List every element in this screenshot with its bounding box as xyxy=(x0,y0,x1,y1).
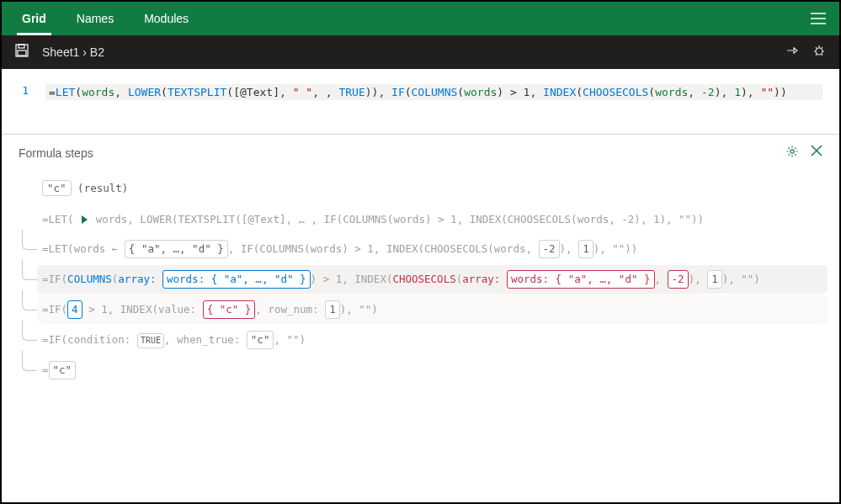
svg-line-13 xyxy=(822,54,823,56)
steps-title: Formula steps xyxy=(19,146,93,160)
step-6: ="c" xyxy=(42,361,822,379)
svg-point-14 xyxy=(790,150,794,153)
breadcrumb-sep: › xyxy=(83,45,87,59)
breadcrumb-cell: B2 xyxy=(90,45,104,59)
tab-grid[interactable]: Grid xyxy=(8,2,60,35)
step-connector xyxy=(22,260,37,280)
tab-names[interactable]: Names xyxy=(63,2,127,35)
result-line: "c" (result) xyxy=(42,180,822,196)
play-icon[interactable] xyxy=(82,215,88,224)
formula-code[interactable]: =LET(words, LOWER(TEXTSPLIT([@Text], " "… xyxy=(45,84,822,100)
save-icon[interactable] xyxy=(15,44,29,61)
bug-icon[interactable] xyxy=(812,44,826,61)
svg-rect-4 xyxy=(19,45,24,48)
steps-body: "c" (result) =LET( words, LOWER(TEXTSPLI… xyxy=(19,180,822,379)
tab-modules[interactable]: Modules xyxy=(130,2,202,35)
gear-icon[interactable] xyxy=(785,145,799,162)
top-tabs-bar: Grid Names Modules xyxy=(2,2,839,35)
tab-label: Names xyxy=(77,12,114,25)
step-connector xyxy=(22,230,37,250)
svg-line-11 xyxy=(822,47,823,49)
step-5: =IF(condition: TRUE, when_true: "c", "") xyxy=(42,331,822,349)
pin-icon[interactable] xyxy=(785,44,799,61)
svg-rect-5 xyxy=(18,50,26,56)
svg-line-12 xyxy=(816,54,817,56)
svg-line-10 xyxy=(816,47,817,49)
close-icon[interactable] xyxy=(811,145,822,162)
step-3: =IF(COLUMNS(array: words: { "a", …, "d" … xyxy=(42,270,822,289)
formula-steps-pane: Formula steps "c" (result) =LET( words, … xyxy=(2,134,839,408)
breadcrumb-sheet: Sheet1 xyxy=(42,45,79,59)
toolbar: Sheet1 › B2 xyxy=(2,35,839,69)
line-number: 1 xyxy=(19,84,29,97)
step-4: =IF(4 > 1, INDEX(value: { "c" }, row_num… xyxy=(42,300,822,319)
breadcrumb: Sheet1 › B2 xyxy=(42,45,104,59)
step-connector xyxy=(22,290,37,310)
tab-label: Modules xyxy=(144,12,189,25)
editor-pane: 1 =LET(words, LOWER(TEXTSPLIT([@Text], "… xyxy=(2,69,839,134)
editor-line: 1 =LET(words, LOWER(TEXTSPLIT([@Text], "… xyxy=(19,84,822,100)
step-1: =LET( words, LOWER(TEXTSPLIT([@Text], … … xyxy=(42,211,822,228)
step-2: =LET(words ← { "a", …, "d" }, IF(COLUMNS… xyxy=(42,240,822,258)
hamburger-icon[interactable] xyxy=(804,6,833,31)
result-label: (result) xyxy=(77,182,128,194)
step-connector xyxy=(22,321,37,341)
result-value: "c" xyxy=(42,180,72,196)
tabs-left: Grid Names Modules xyxy=(8,2,202,35)
tab-label: Grid xyxy=(22,12,46,25)
step-connector xyxy=(22,351,37,371)
